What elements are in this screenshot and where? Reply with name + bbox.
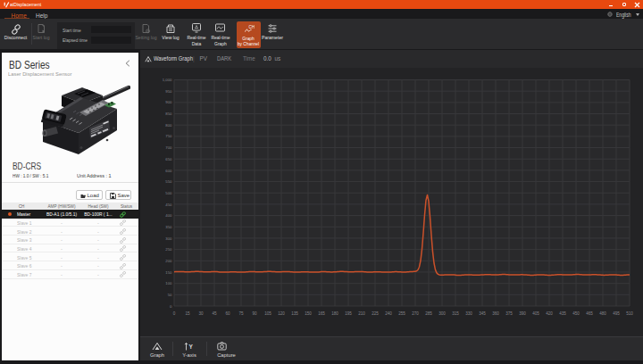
svg-text:75: 75 (238, 311, 244, 316)
svg-text:800: 800 (165, 123, 172, 128)
svg-text:100: 100 (165, 281, 172, 285)
svg-text:950: 950 (165, 89, 172, 94)
svg-text:15: 15 (185, 311, 190, 316)
svg-text:300: 300 (438, 311, 446, 316)
svg-text:30: 30 (198, 311, 204, 316)
svg-text:0: 0 (173, 311, 176, 316)
svg-text:550: 550 (165, 179, 172, 184)
svg-text:390: 390 (519, 311, 526, 316)
svg-text:700: 700 (165, 145, 172, 150)
svg-text:1,000: 1,000 (163, 78, 172, 82)
svg-text:210: 210 (358, 311, 365, 316)
svg-text:105: 105 (264, 311, 271, 316)
svg-text:650: 650 (165, 157, 172, 161)
svg-text:435: 435 (559, 311, 566, 316)
svg-text:225: 225 (372, 311, 379, 316)
svg-text:450: 450 (572, 311, 580, 316)
svg-text:0: 0 (170, 304, 172, 309)
svg-text:450: 450 (165, 203, 172, 207)
svg-text:90: 90 (252, 311, 257, 316)
svg-text:330: 330 (465, 311, 472, 316)
svg-text:480: 480 (599, 311, 606, 316)
svg-text:CH: CH (249, 24, 255, 29)
svg-text:60: 60 (225, 311, 230, 316)
svg-text:375: 375 (505, 311, 513, 316)
svg-text:150: 150 (305, 311, 312, 316)
svg-text:255: 255 (398, 311, 405, 316)
svg-text:120: 120 (278, 311, 285, 316)
svg-text:405: 405 (532, 311, 539, 316)
svg-text:315: 315 (452, 311, 459, 316)
svg-text:345: 345 (479, 311, 486, 316)
svg-text:180: 180 (331, 311, 338, 316)
svg-text:495: 495 (613, 311, 620, 316)
svg-text:270: 270 (412, 311, 419, 316)
svg-text:465: 465 (586, 311, 593, 316)
svg-text:50: 50 (168, 293, 172, 297)
svg-text:250: 250 (165, 247, 172, 252)
svg-text:360: 360 (492, 311, 499, 316)
svg-text:300: 300 (165, 236, 172, 241)
svg-text:240: 240 (385, 311, 392, 316)
svg-text:750: 750 (165, 134, 172, 138)
svg-text:400: 400 (165, 213, 172, 218)
svg-text:195: 195 (345, 311, 352, 316)
svg-text:135: 135 (291, 311, 298, 316)
svg-text:600: 600 (165, 169, 172, 173)
svg-text:285: 285 (425, 311, 432, 316)
svg-text:165: 165 (318, 311, 325, 316)
svg-text:Y: Y (189, 343, 194, 349)
svg-text:200: 200 (165, 259, 172, 263)
svg-text:420: 420 (546, 311, 553, 316)
svg-text:350: 350 (165, 225, 172, 229)
svg-text:850: 850 (165, 112, 172, 116)
svg-text:510: 510 (626, 311, 633, 316)
svg-text:45: 45 (212, 311, 217, 316)
svg-text:500: 500 (165, 191, 172, 195)
svg-text:150: 150 (165, 270, 172, 275)
svg-text:900: 900 (165, 100, 172, 104)
